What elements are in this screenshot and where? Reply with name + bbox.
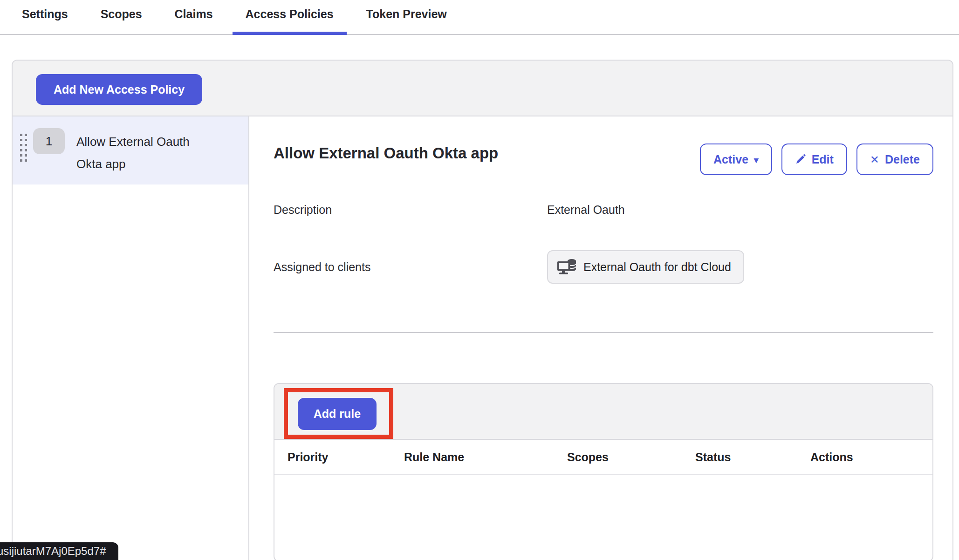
column-header-scopes: Scopes — [567, 451, 695, 464]
tab-label: Settings — [22, 7, 68, 20]
close-icon: ✕ — [870, 153, 879, 166]
rules-table-header: Priority Rule Name Scopes Status Actions — [274, 440, 932, 475]
policy-detail-header: Allow External Oauth Okta app Active ▾ E… — [274, 143, 933, 175]
chevron-down-icon: ▾ — [754, 153, 759, 165]
tab-bar: Settings Scopes Claims Access Policies T… — [0, 0, 959, 35]
add-rule-button[interactable]: Add rule — [298, 398, 377, 430]
tab-label: Access Policies — [246, 7, 334, 20]
annotation-highlight-box: Add rule — [284, 388, 393, 439]
edit-button[interactable]: Edit — [781, 143, 847, 175]
policy-toolbar: Add New Access Policy — [13, 61, 952, 116]
rules-card: Add rule Priority Rule Name Scopes Statu… — [274, 383, 933, 560]
add-new-access-policy-button[interactable]: Add New Access Policy — [36, 74, 202, 105]
client-chip-label: External Oauth for dbt Cloud — [583, 260, 731, 274]
page-title: Allow External Oauth Okta app — [274, 143, 498, 162]
policy-body: 1 Allow External Oauth Okta app Allow Ex… — [13, 116, 952, 560]
tab-label: Scopes — [101, 7, 142, 20]
drag-handle-icon[interactable] — [20, 134, 27, 165]
tab-scopes[interactable]: Scopes — [88, 7, 155, 34]
tab-token-preview[interactable]: Token Preview — [353, 7, 460, 34]
tab-claims[interactable]: Claims — [162, 7, 226, 34]
pencil-icon — [795, 154, 806, 165]
policy-detail-pane: Allow External Oauth Okta app Active ▾ E… — [249, 116, 952, 560]
column-header-rule-name: Rule Name — [404, 451, 567, 464]
policy-list-item[interactable]: 1 Allow External Oauth Okta app — [13, 116, 248, 184]
policy-name-label: Allow External Oauth Okta app — [76, 130, 212, 175]
tab-label: Claims — [175, 7, 213, 20]
section-divider — [274, 332, 933, 333]
delete-button[interactable]: ✕ Delete — [856, 143, 933, 175]
policy-detail-grid: Description External Oauth Assigned to c… — [274, 203, 933, 284]
policy-action-buttons: Active ▾ Edit ✕ Delete — [700, 143, 933, 175]
client-chip[interactable]: External Oauth for dbt Cloud — [547, 250, 744, 284]
description-label: Description — [274, 203, 547, 217]
column-header-actions: Actions — [810, 451, 932, 464]
status-dropdown-button[interactable]: Active ▾ — [700, 143, 772, 175]
policy-list-sidebar: 1 Allow External Oauth Okta app — [13, 116, 249, 560]
column-header-priority: Priority — [288, 451, 404, 464]
status-label: Active — [713, 153, 748, 166]
description-value: External Oauth — [547, 203, 933, 217]
computer-icon — [557, 259, 577, 275]
delete-label: Delete — [885, 153, 920, 166]
access-policies-panel: Add New Access Policy — [12, 60, 953, 560]
policy-priority-badge: 1 — [33, 128, 65, 154]
tab-access-policies[interactable]: Access Policies — [233, 7, 347, 34]
tab-settings[interactable]: Settings — [9, 7, 81, 34]
edit-label: Edit — [812, 153, 834, 166]
link-preview-text: usijiutarM7Aj0Ep5d7# — [0, 545, 106, 558]
column-header-status: Status — [695, 451, 810, 464]
tab-label: Token Preview — [366, 7, 447, 20]
link-preview-bubble: usijiutarM7Aj0Ep5d7# — [0, 542, 118, 560]
assigned-to-clients-label: Assigned to clients — [274, 250, 547, 274]
